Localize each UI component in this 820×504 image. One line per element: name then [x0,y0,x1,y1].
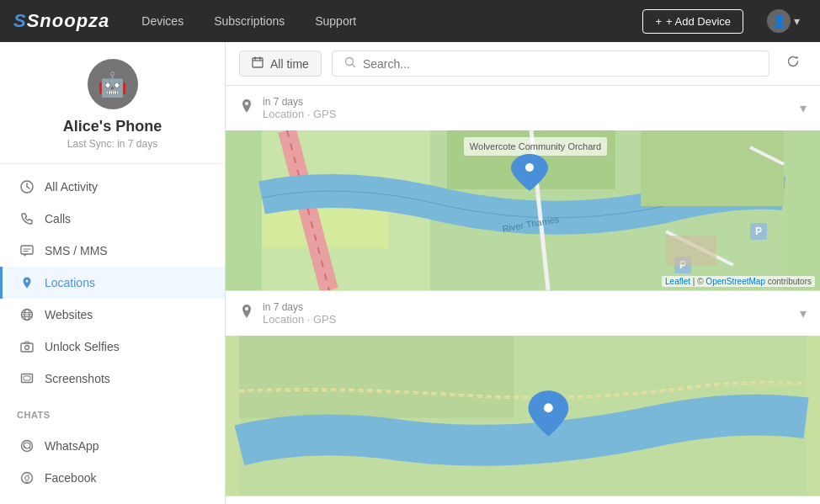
svg-point-2 [26,280,29,283]
pin-icon-2 [239,304,254,323]
sidebar-item-viber[interactable]: Viber [0,494,225,504]
time-filter-label: All time [270,57,309,71]
whatsapp-label: WhatsApp [45,439,99,453]
svg-text:P: P [755,225,762,237]
svg-rect-24 [666,236,716,265]
location-icon [19,275,35,290]
sidebar-item-screenshots[interactable]: Screenshots [0,363,225,395]
sidebar-item-sms[interactable]: SMS / MMS [0,235,225,267]
unlock-selfies-label: Unlock Selfies [45,340,120,353]
location-meta-2: in 7 days Location · GPS [263,301,791,326]
sidebar-item-whatsapp[interactable]: WhatsApp [0,430,225,462]
refresh-button[interactable] [780,51,807,76]
location-meta-1: in 7 days Location · GPS [263,96,791,120]
websites-label: Websites [45,308,93,321]
location-time-2: in 7 days [263,301,791,313]
svg-rect-5 [21,343,33,352]
content-toolbar: All time [226,42,820,86]
nav-section: All Activity Calls SMS / MMS [0,164,225,401]
navbar: SSnoopza Devices Subscriptions Support +… [0,0,820,42]
svg-rect-7 [22,374,33,383]
locations-label: Locations [45,276,95,289]
svg-point-14 [245,102,248,105]
location-card-2-header: in 7 days Location · GPS ▾ [226,291,820,336]
globe-icon [19,307,35,322]
svg-point-33 [544,403,553,412]
avatar: 👤 [767,9,791,33]
svg-rect-32 [239,336,514,418]
expand-icon-2[interactable]: ▾ [800,305,807,321]
nav-devices[interactable]: Devices [135,11,190,31]
search-input[interactable] [363,57,757,71]
all-activity-label: All Activity [45,180,98,194]
whatsapp-icon [19,438,35,454]
sidebar-item-unlock-selfies[interactable]: Unlock Selfies [0,331,225,363]
sms-icon [19,243,35,258]
calendar-icon [252,56,264,71]
location-card-1: in 7 days Location · GPS ▾ [226,86,820,291]
facebook-label: Facebook [45,471,96,485]
content-area: All time in 7 days Locat [226,42,820,504]
screenshot-icon [19,371,35,386]
screenshots-label: Screenshots [45,372,110,385]
svg-point-29 [245,307,248,310]
clock-icon [19,179,35,194]
camera-icon [19,339,35,354]
svg-point-28 [525,163,534,172]
search-icon [344,56,356,71]
map-1: P P River Thames Wolvercote Community Or… [226,130,820,290]
svg-rect-1 [21,246,33,254]
location-card-1-header: in 7 days Location · GPS ▾ [226,86,820,130]
nav-subscriptions[interactable]: Subscriptions [207,11,291,31]
time-filter[interactable]: All time [239,50,322,77]
svg-rect-8 [24,376,30,380]
svg-point-6 [25,346,29,350]
plus-icon: + [655,15,662,28]
device-name: Alice's Phone [13,118,211,135]
device-info: 🤖 Alice's Phone Last Sync: in 7 days [0,42,225,164]
brand-logo: SSnoopza [13,10,109,32]
sidebar-item-websites[interactable]: Websites [0,299,225,331]
sidebar-item-all-activity[interactable]: All Activity [0,171,225,203]
main-layout: 🤖 Alice's Phone Last Sync: in 7 days All… [0,42,820,504]
device-icon: 🤖 [88,59,138,109]
sidebar-item-facebook[interactable]: Facebook [0,462,225,494]
svg-rect-12 [253,58,263,67]
svg-text:Wolvercote Community Orchard: Wolvercote Community Orchard [470,141,601,151]
sidebar: 🤖 Alice's Phone Last Sync: in 7 days All… [0,42,226,504]
sms-label: SMS / MMS [45,244,108,257]
location-type-2: Location · GPS [263,313,791,326]
user-menu-button[interactable]: 👤 ▾ [760,6,807,36]
device-sync: Last Sync: in 7 days [13,138,211,150]
sidebar-item-locations[interactable]: Locations [0,267,225,299]
svg-rect-19 [641,130,784,206]
chats-section-label: CHATS [0,401,225,423]
nav-support[interactable]: Support [308,11,363,31]
location-card-2: in 7 days Location · GPS ▾ [226,291,820,496]
facebook-icon [19,470,35,485]
svg-point-10 [22,473,33,484]
map-2 [226,336,820,496]
sidebar-item-calls[interactable]: Calls [0,203,225,235]
pin-icon-1 [239,98,254,118]
map-attribution-1: Leaflet | © OpenStreetMap contributors [662,276,815,287]
expand-icon-1[interactable]: ▾ [800,100,807,116]
phone-icon [19,211,35,226]
location-time-1: in 7 days [263,96,791,108]
chats-section: WhatsApp Facebook Viber [0,423,225,504]
chevron-down-icon: ▾ [794,14,800,28]
location-type-1: Location · GPS [263,108,791,120]
calls-label: Calls [45,212,71,225]
search-box [332,50,769,77]
add-device-button[interactable]: + + Add Device [642,9,743,34]
